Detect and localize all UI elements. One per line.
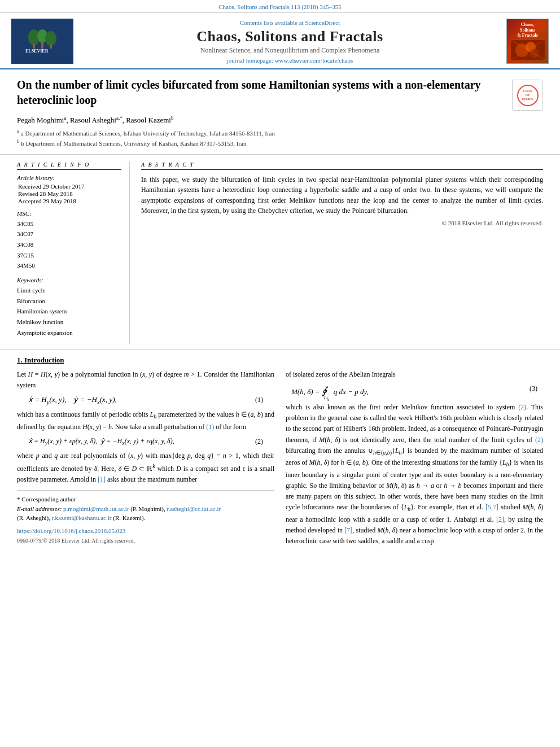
keywords-label: Keywords: xyxy=(17,277,121,283)
footnote-section: * Corresponding author E-mail addresses:… xyxy=(17,491,274,545)
equation-2-block: ẋ = Hy(x, y) + εp(x, y, δ), ẏ = −Hx(x, y… xyxy=(28,437,263,446)
journal-logo-title: Chaos,Solitons& Fractals xyxy=(517,22,538,38)
equation-1-block: ẋ = Hy(x, y), ẏ = −Hx(x, y), (1) xyxy=(28,395,263,405)
main-body: 1. Introduction Let H = H(x, y) be a pol… xyxy=(0,350,560,563)
top-bar: Chaos, Solitons and Fractals 113 (2018) … xyxy=(0,0,560,13)
svg-rect-5 xyxy=(41,42,43,49)
keywords-block: Keywords: Limit cycle Bifurcation Hamilt… xyxy=(17,277,121,338)
affiliation-b: b b Department of Mathematical Sciences,… xyxy=(17,138,543,148)
eq1: ẋ = Hy(x, y), ẏ = −Hx(x, y), xyxy=(28,395,117,405)
keywords-list: Limit cycle Bifurcation Hamiltonian syst… xyxy=(17,285,121,338)
check-badge-inner: Checkforupdates xyxy=(517,85,539,106)
eq2: ẋ = Hy(x, y) + εp(x, y, δ), ẏ = −Hx(x, y… xyxy=(28,437,174,446)
journal-header: ELSEVIER Contents lists available at Sci… xyxy=(0,13,560,69)
abstract-heading: A B S T R A C T xyxy=(141,161,543,170)
msc-block: MSC: 34C05 34C07 34C08 37G15 34M50 xyxy=(17,210,121,271)
svg-rect-4 xyxy=(33,44,35,49)
corresponding-author-note: * Corresponding author xyxy=(17,495,274,504)
check-badge: Checkforupdates xyxy=(512,80,543,111)
svg-point-3 xyxy=(45,31,56,46)
section1-title: 1. Introduction xyxy=(17,356,543,365)
body-two-col: Let H = H(x, y) be a polynomial function… xyxy=(17,369,543,552)
article-info-col: A R T I C L E I N F O Article history: R… xyxy=(17,161,130,344)
contents-line: Contents lists available at ScienceDirec… xyxy=(85,19,495,26)
accepted-date: Accepted 29 May 2018 xyxy=(17,198,121,204)
msc-5: 34M50 xyxy=(17,260,121,271)
eq3-main: M(h, δ) = ∮Lh q dx − p dy, xyxy=(291,385,369,399)
affiliations: a a Department of Mathematical Sciences,… xyxy=(17,128,543,148)
journal-logo-right: Chaos,Solitons& Fractals xyxy=(506,19,549,64)
msc-4: 37G15 xyxy=(17,250,121,261)
eq3-number: (3) xyxy=(530,385,537,393)
paper-section: On the number of limit cycles bifurcated… xyxy=(0,69,560,155)
msc-1: 34C05 xyxy=(17,219,121,229)
right-para1: of isolated zeros of the Abelian Integra… xyxy=(286,369,543,380)
keyword-4: Melnikov function xyxy=(17,317,121,327)
journal-center: Contents lists available at ScienceDirec… xyxy=(73,19,506,64)
svg-text:ELSEVIER: ELSEVIER xyxy=(25,49,49,54)
msc-items: 34C05 34C07 34C08 37G15 34M50 xyxy=(17,219,121,271)
keyword-3: Hamiltonian system xyxy=(17,306,121,317)
sciencedirect-link[interactable]: ScienceDirect xyxy=(305,19,340,26)
article-history-block: Article history: Received 29 October 201… xyxy=(17,174,121,204)
check-badge-label: Checkforupdates xyxy=(522,89,533,102)
svg-rect-6 xyxy=(50,45,52,49)
journal-title: Chaos, Solitons and Fractals xyxy=(85,28,495,45)
eq2-number: (2) xyxy=(255,438,263,446)
eq3: M(h, δ) = ∮Lh q dx − p dy, xyxy=(291,385,369,399)
homepage-line: journal homepage: www.elsevier.com/locat… xyxy=(85,57,495,64)
paper-title: On the number of limit cycles bifurcated… xyxy=(17,77,506,108)
revised-date: Revised 28 May 2018 xyxy=(17,190,121,197)
abstract-text: In this paper, we study the bifurcation … xyxy=(141,174,543,216)
elsevier-logo-svg: ELSEVIER xyxy=(23,26,62,54)
body-para2: which has a continuous family of periodi… xyxy=(17,409,274,433)
body-left: Let H = H(x, y) be a polynomial function… xyxy=(17,369,274,552)
email-addresses: E-mail addresses: p.moghimi@math.iut.ac.… xyxy=(17,504,274,523)
paper-title-row: On the number of limit cycles bifurcated… xyxy=(17,77,543,111)
msc-2: 34C07 xyxy=(17,229,121,239)
email-moghimi[interactable]: p.moghimi@math.iut.ac.ir xyxy=(63,505,129,512)
keyword-2: Bifurcation xyxy=(17,296,121,307)
right-para2: which is also known as the first order M… xyxy=(286,402,543,547)
doi-link[interactable]: https://doi.org/10.1016/j.chaos.2018.05.… xyxy=(17,526,274,536)
body-right: of isolated zeros of the Abelian Integra… xyxy=(286,369,543,552)
journal-subtitle: Nonlinear Science, and Nonequilibrium an… xyxy=(85,46,495,55)
abstract-copyright: © 2018 Elsevier Ltd. All rights reserved… xyxy=(141,220,543,226)
msc-3: 34C08 xyxy=(17,239,121,250)
copyright-bottom: 0960-0779/© 2018 Elsevier Ltd. All right… xyxy=(17,536,274,545)
equation-3-block: M(h, δ) = ∮Lh q dx − p dy, (3) xyxy=(291,385,537,399)
article-history-label: Article history: xyxy=(17,174,121,181)
email-kazemi[interactable]: r.kazemi@kashanu.ac.ir xyxy=(52,514,112,521)
keyword-5: Asymptotic expansion xyxy=(17,327,121,338)
article-info-heading: A R T I C L E I N F O xyxy=(17,161,121,170)
authors: Pegah Moghimia, Rasoul Asheghia,*, Rasoo… xyxy=(17,115,543,125)
affiliation-a: a a Department of Mathematical Sciences,… xyxy=(17,128,543,138)
journal-logo-image xyxy=(511,40,545,60)
received-date: Received 29 October 2017 xyxy=(17,183,121,190)
article-info-abstract: A R T I C L E I N F O Article history: R… xyxy=(0,155,560,350)
abstract-col: A B S T R A C T In this paper, we study … xyxy=(130,161,543,344)
topbar-text: Chaos, Solitons and Fractals 113 (2018) … xyxy=(218,3,341,10)
email-asheghi[interactable]: r.asheghi@cc.iut.ac.ir xyxy=(167,505,221,512)
elsevier-logo: ELSEVIER xyxy=(11,19,73,64)
keyword-1: Limit cycle xyxy=(17,285,121,296)
msc-label: MSC: xyxy=(17,210,121,217)
body-para3: where p and q are real polynomials of (x… xyxy=(17,451,274,485)
homepage-link[interactable]: www.elsevier.com/locate/chaos xyxy=(275,57,353,64)
eq1-number: (1) xyxy=(255,396,263,404)
body-para1: Let H = H(x, y) be a polynomial function… xyxy=(17,369,274,391)
